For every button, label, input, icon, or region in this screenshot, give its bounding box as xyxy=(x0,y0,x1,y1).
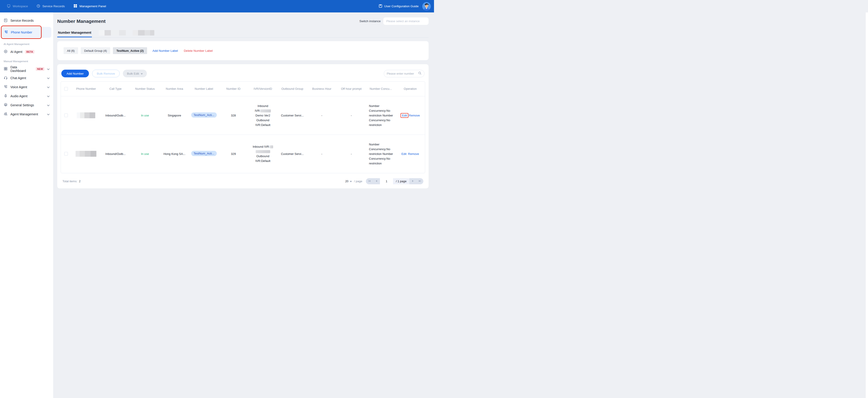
mic-icon xyxy=(4,94,8,99)
book-icon xyxy=(378,4,382,9)
row-checkbox[interactable] xyxy=(64,113,68,117)
page-prev-button[interactable] xyxy=(373,178,380,184)
hexagon-icon xyxy=(4,49,8,54)
number-label-pill: TestNum_Acti... xyxy=(191,151,217,156)
concurrency-cell: Number Concurrency:No restriction Number… xyxy=(369,143,393,165)
tab-redacted[interactable] xyxy=(133,30,154,35)
sidebar-section-ai-agent-management: AI Agent Management xyxy=(0,39,53,47)
off-hour-prompt-cell: - xyxy=(351,152,352,156)
nav-item-workspace[interactable]: Workspace xyxy=(7,4,28,9)
call-type-cell: Inbound/Outb... xyxy=(105,114,126,117)
pagination-controls: 20 / page 1 / 1 page xyxy=(345,178,423,184)
page-size-value: 20 xyxy=(345,179,348,183)
business-hour-cell: - xyxy=(321,114,322,117)
search-icon xyxy=(418,71,422,76)
sidebar-item-label: Phone Number xyxy=(11,31,32,34)
sidebar-item-audio-agent[interactable]: Audio Agent xyxy=(0,92,53,101)
number-status-cell: In use xyxy=(141,152,149,156)
caret-down-icon xyxy=(350,179,352,183)
filter-chip-testnum-active[interactable]: TestNum_Active (2) xyxy=(113,47,147,54)
delete-number-label-link[interactable]: Delete Number Label xyxy=(184,49,213,53)
page-header: Number Management Switch instance xyxy=(57,18,429,25)
sidebar-item-chat-agent[interactable]: Chat Agent xyxy=(0,73,53,82)
number-table: Phone Number Call Type Number Status Num… xyxy=(61,81,425,173)
page-last-button[interactable] xyxy=(416,178,423,184)
add-number-button[interactable]: Add Number xyxy=(61,70,89,77)
operation-cell: EditRemove xyxy=(396,135,425,173)
chevron-down-icon xyxy=(47,76,50,80)
guide-label: User Configuration Guide xyxy=(384,4,418,8)
sidebar-item-phone-number[interactable]: Phone Number xyxy=(2,27,51,38)
beta-badge: BETA xyxy=(25,50,34,54)
sidebar-item-data-dashboard[interactable]: Data Dashboard NEW xyxy=(0,64,53,73)
column-header: Operation xyxy=(396,81,425,96)
page-size-select[interactable]: 20 xyxy=(345,179,352,183)
sidebar: Service Records Phone Number AI Agent Ma… xyxy=(0,12,53,199)
page-next-button[interactable] xyxy=(409,178,416,184)
add-number-label-link[interactable]: Add Number Label xyxy=(153,49,178,53)
bulk-remove-button[interactable]: Bulk Remove xyxy=(92,70,120,77)
sidebar-item-label: Chat Agent xyxy=(10,76,26,80)
ivr-line: Outbound xyxy=(256,119,269,122)
page-next-icon xyxy=(412,179,414,183)
ivr-line: Outbound xyxy=(256,155,269,158)
sidebar-item-label: Voice Agent xyxy=(10,85,27,89)
sidebar-item-label: Data Dashboard xyxy=(10,65,33,73)
current-page-input[interactable]: 1 xyxy=(380,178,393,184)
column-header: Number Area xyxy=(160,81,189,96)
number-id-cell: 329 xyxy=(231,152,236,156)
column-header: Number ID xyxy=(219,81,248,96)
chevron-down-icon xyxy=(47,103,50,107)
edit-link[interactable]: Edit xyxy=(401,152,406,156)
phone-icon xyxy=(4,30,8,35)
concurrency-cell: Number Concurrency:No restriction Number… xyxy=(369,104,393,127)
dashboard-icon xyxy=(4,67,8,71)
grid-icon xyxy=(73,4,78,9)
table-row: Inbound/Outb... In use Singapore TestNum… xyxy=(61,96,425,135)
chevron-down-icon xyxy=(47,112,50,116)
sidebar-item-voice-agent[interactable]: Voice Agent xyxy=(0,82,53,92)
sidebar-item-label: Agent Management xyxy=(10,112,38,116)
instance-select[interactable] xyxy=(383,18,429,25)
bulk-edit-button[interactable]: Bulk Edit xyxy=(123,70,147,77)
row-checkbox[interactable] xyxy=(64,152,68,156)
nav-item-service-records[interactable]: Service Records xyxy=(36,4,65,9)
page-first-icon xyxy=(368,179,371,183)
edit-link[interactable]: Edit xyxy=(402,114,407,117)
page-last-icon xyxy=(418,179,421,183)
outbound-group-cell: Customer Servi... xyxy=(281,114,304,117)
total-items-value: 2 xyxy=(79,179,81,183)
number-table-card: Add Number Bulk Remove Bulk Edit Phone xyxy=(57,64,429,188)
tab-bar: Number Management xyxy=(57,29,429,37)
remove-link[interactable]: Remove xyxy=(408,152,419,156)
tab-number-management[interactable]: Number Management xyxy=(57,31,92,37)
top-navbar: Workspace Service Records Management Pan… xyxy=(0,0,434,12)
phone-call-icon xyxy=(4,85,8,90)
column-header: Outbound Group xyxy=(278,81,307,96)
sidebar-item-agent-management[interactable]: Agent Management xyxy=(0,110,53,119)
per-page-label: / page xyxy=(354,179,362,183)
sidebar-item-general-settings[interactable]: General Settings xyxy=(0,101,53,110)
number-area-cell: Hong Kong SA... xyxy=(163,152,185,156)
filter-chip-all[interactable]: All (6) xyxy=(64,47,78,54)
page-first-button[interactable] xyxy=(366,178,373,184)
chevron-down-icon xyxy=(47,67,50,71)
column-header: Number Concu... xyxy=(366,81,396,96)
number-search-input[interactable] xyxy=(387,72,417,75)
nav-item-management-panel[interactable]: Management Panel xyxy=(73,4,106,9)
filter-chip-default-group[interactable]: Default Group (4) xyxy=(81,47,110,54)
table-toolbar: Add Number Bulk Remove Bulk Edit xyxy=(61,70,425,77)
navbar-right: User Configuration Guide xyxy=(378,2,431,11)
column-header: Phone Number xyxy=(71,81,101,96)
avatar[interactable] xyxy=(422,2,431,11)
bulk-edit-label: Bulk Edit xyxy=(127,72,139,75)
remove-link[interactable]: Remove xyxy=(409,114,420,117)
select-all-checkbox[interactable] xyxy=(64,87,68,91)
sidebar-item-ai-agent[interactable]: AI Agent BETA xyxy=(0,47,53,56)
pagination-bar: Total items: 2 20 / page 1 / 1 page xyxy=(61,178,425,184)
tab-redacted[interactable] xyxy=(99,30,126,35)
user-configuration-guide[interactable]: User Configuration Guide xyxy=(378,4,418,9)
column-header: Number Status xyxy=(130,81,160,96)
page-title: Number Management xyxy=(57,19,106,24)
sidebar-item-service-records[interactable]: Service Records xyxy=(0,16,53,25)
